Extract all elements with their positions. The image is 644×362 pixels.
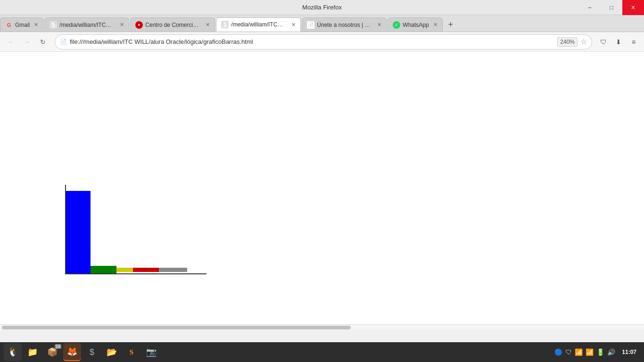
tab-libreoffice-label: Únete a nosotros | LibreOf [317, 22, 373, 28]
tab-whatsapp-label: WhatsApp [403, 22, 429, 28]
tab-sena[interactable]: ✦ Centro de Comercio - SENA ✕ [130, 17, 215, 32]
tab-itc1[interactable]: 📄 /media/william/ITC%20WILL/a ✕ [44, 17, 129, 32]
tray-shield[interactable]: 🛡 [565, 348, 572, 356]
file-icon-1: 📄 [50, 21, 57, 29]
page-icon: 📄 [60, 39, 67, 45]
libreoffice-icon: 📄 [307, 21, 314, 29]
tab-gmail-label: Gmail [15, 22, 30, 28]
download-button[interactable]: ⬇ [612, 35, 625, 49]
tray-network[interactable]: 📶 [575, 348, 583, 356]
taskbar-badge: 16 [55, 344, 61, 349]
bar-red [133, 268, 159, 272]
taskbar-badge-app[interactable]: 📦 16 [43, 343, 61, 361]
tab-itc2-label: /media/william/ITC%20WILL/a [231, 21, 287, 28]
taskbar-files[interactable]: 📁 [24, 343, 41, 361]
file-icon-2: 📄 [221, 21, 229, 28]
gmail-icon: G [5, 21, 13, 29]
zoom-level[interactable]: 240% [557, 37, 578, 47]
titlebar: Mozilla Firefox – □ ✕ [0, 0, 644, 15]
address-input[interactable] [70, 38, 554, 45]
window-title: Mozilla Firefox [302, 4, 342, 11]
taskbar-camera[interactable]: 📷 [142, 343, 160, 361]
main-content [0, 52, 644, 324]
toolbar-right: 🛡 ⬇ ≡ [597, 35, 640, 49]
tab-sena-label: Centro de Comercio - SENA [145, 22, 201, 28]
bar-blue-vertical [66, 191, 91, 273]
whatsapp-icon: ✓ [393, 21, 400, 29]
bars-horizontal [91, 266, 187, 273]
bookmark-button[interactable]: ☆ [580, 37, 587, 46]
back-button[interactable]: ← [4, 35, 18, 49]
new-tab-button[interactable]: + [444, 17, 458, 32]
titlebar-controls: – □ ✕ [579, 0, 644, 15]
tab-libreoffice[interactable]: 📄 Únete a nosotros | LibreOf ✕ [302, 17, 387, 32]
scrollbar-thumb[interactable] [2, 326, 351, 329]
tab-itc1-close[interactable]: ✕ [120, 22, 124, 28]
maximize-button[interactable]: □ [601, 0, 622, 15]
toolbar: ← → ↻ 📄 240% ☆ 🛡 ⬇ ≡ [0, 32, 644, 52]
shield-button[interactable]: 🛡 [597, 35, 610, 49]
tab-itc2[interactable]: 📄 /media/william/ITC%20WILL/a ✕ [216, 17, 301, 32]
address-bar-container: 📄 240% ☆ [55, 34, 592, 49]
tab-gmail[interactable]: G Gmail ✕ [0, 17, 43, 32]
taskbar-time: 11:07 [618, 349, 640, 355]
tab-whatsapp[interactable]: ✓ WhatsApp ✕ [388, 17, 442, 32]
tab-whatsapp-close[interactable]: ✕ [433, 22, 438, 28]
forward-button[interactable]: → [20, 35, 34, 49]
bar-green [91, 266, 116, 273]
taskbar: 🐧 📁 📦 16 🦊 $ 📂 S 📷 🔵 🛡 📶 📶 🔋 🔊 11:07 [0, 342, 644, 362]
tray-bluetooth[interactable]: 🔵 [554, 348, 562, 356]
taskbar-terminal[interactable]: $ [83, 343, 101, 361]
tray-volume[interactable]: 🔊 [607, 348, 615, 356]
tray-battery[interactable]: 🔋 [596, 348, 604, 356]
tabbar: G Gmail ✕ 📄 /media/william/ITC%20WILL/a … [0, 15, 644, 32]
sena-icon: ✦ [135, 21, 143, 29]
system-tray: 🔵 🛡 📶 📶 🔋 🔊 11:07 [554, 348, 640, 356]
x-axis [65, 273, 206, 274]
bar-gray [159, 268, 187, 272]
minimize-button[interactable]: – [579, 0, 601, 15]
tab-itc1-label: /media/william/ITC%20WILL/a [59, 22, 116, 28]
taskbar-ubuntu[interactable]: 🐧 [4, 343, 22, 361]
tab-itc2-close[interactable]: ✕ [291, 22, 296, 28]
scrollbar-track [0, 324, 644, 330]
chart-container [65, 184, 206, 278]
tab-sena-close[interactable]: ✕ [206, 22, 210, 28]
taskbar-nautilus[interactable]: 📂 [103, 343, 121, 361]
tray-wifi[interactable]: 📶 [586, 348, 594, 356]
tab-gmail-close[interactable]: ✕ [34, 22, 38, 28]
taskbar-firefox[interactable]: 🦊 [63, 343, 81, 361]
taskbar-sublime[interactable]: S [123, 343, 140, 361]
close-button[interactable]: ✕ [622, 0, 644, 15]
tab-libreoffice-close[interactable]: ✕ [377, 22, 381, 28]
menu-button[interactable]: ≡ [627, 35, 640, 49]
bar-yellow [116, 268, 133, 272]
chart-canvas [65, 184, 206, 278]
reload-button[interactable]: ↻ [36, 35, 50, 49]
